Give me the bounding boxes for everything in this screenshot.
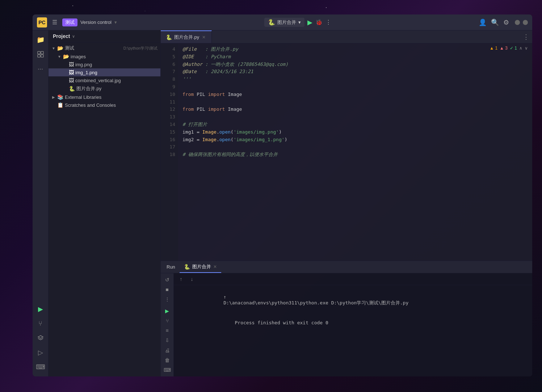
star [72,5,73,6]
code-line-13 [182,113,528,121]
minimize-button[interactable]: — [515,20,520,25]
tree-label-img-png: img.png [75,62,157,67]
editor-content: 4 5 6 7 8 9 10 11 12 13 14 15 16 17 18 [161,43,532,261]
search-icon[interactable]: 🔍 [491,18,499,26]
tab-python-icon: 🐍 [166,34,172,40]
run-git-icon[interactable]: ⑂ [162,316,172,325]
tree-item-scratches[interactable]: 📋 Scratches and Consoles [49,101,160,109]
tree-item-py[interactable]: 🐍 图片合并.py [49,84,160,93]
code-line-15: img1 = Image.open('images/img.png') [182,128,528,136]
sidebar-title-arrow[interactable]: ∨ [72,34,75,39]
window-controls: — □ [515,20,528,25]
code-line-5: @IDE : PyCharm [182,53,528,61]
code-line-12: from PIL import Image [182,106,528,113]
toolbar-run-icon[interactable]: ▶ [34,303,47,316]
run-config-arrow: ▾ [298,20,301,25]
line-numbers: 4 5 6 7 8 9 10 11 12 13 14 15 16 17 18 [161,43,178,261]
run-output-toolbar: ↑ ↓ [174,273,532,285]
main-area: 📁 ··· ▶ ⑂ ▷ ⌨ [33,30,532,376]
run-tab-bar: Run 🐍 图片合并 ✕ [161,261,532,273]
run-play-main-icon[interactable]: ▶ [162,307,172,315]
image-icon: 🖼 [69,69,74,75]
run-list-icon[interactable]: ≡ [162,326,172,334]
tree-item-ceshi[interactable]: ▼ 📂 测试 D:\python学习\测试 [49,44,160,52]
folder-icon: 📂 [57,45,63,51]
tree-label-ext-lib: External Libraries [65,94,157,100]
run-label[interactable]: Run [164,264,178,270]
tree-item-images[interactable]: ▼ 📂 images [49,52,160,60]
warning-badge-1: ▲ 1 [490,46,497,51]
toolbar-folder-icon[interactable]: 📁 [34,33,47,46]
code-line-9 [182,83,528,91]
star [326,7,327,8]
version-control-arrow: ▾ [114,20,117,25]
tree-arrow: ▶ [51,95,56,99]
sidebar-content: ▼ 📂 测试 D:\python学习\测试 ▼ 📂 images 🖼 img.p… [49,42,160,376]
run-restart-icon[interactable]: ↺ [162,275,172,284]
run-tab-main[interactable]: 🐍 图片合并 ✕ [180,261,221,273]
image-icon: 🖼 [69,77,74,83]
run-panel: Run 🐍 图片合并 ✕ ↺ ■ ⋮ ▶ [161,261,532,376]
settings-icon[interactable]: ⚙ [503,18,509,26]
project-badge: 测试 [62,18,77,26]
code-editor[interactable]: @File : 图片合并.py @IDE : PyCharm @Author :… [178,43,532,261]
toolbar-terminal-icon[interactable]: ⌨ [34,361,47,374]
hamburger-icon[interactable]: ☰ [50,17,59,27]
account-icon[interactable]: 👤 [479,18,487,26]
run-stop-icon[interactable]: ■ [162,285,172,294]
sidebar: Project ∨ ▼ 📂 测试 D:\python学习\测试 ▼ 📂 imag… [49,30,161,376]
tree-label-ceshi: 测试 [65,45,122,51]
toolbar-git-icon[interactable]: ⑂ [34,317,47,330]
title-bar: PC ☰ 测试 Version control ▾ 🐍 图片合并 ▾ ▶ 🐞 ⋮… [33,14,532,30]
editor-area: 🐍 图片合并.py ✕ ⋮ 4 5 6 7 8 9 10 [161,30,532,376]
toolbar-run-alt-icon[interactable]: ▷ [34,346,47,359]
output-line-1: ↑ D:\anaconad\envs\python311\python.exe … [178,288,528,312]
tree-item-combined[interactable]: 🖼 combined_vertical.jpg [49,76,160,84]
debug-button[interactable]: 🐞 [315,19,323,26]
gutter-nav-down[interactable]: ∨ [525,46,528,51]
output-line-3: Process finished with exit code 0 [178,314,528,332]
more-actions-button[interactable]: ⋮ [325,19,331,26]
run-scroll-end-icon[interactable]: ⇩ [162,336,172,345]
run-print-icon[interactable]: 🖨 [162,346,172,354]
run-output-area: ↑ ↓ ↑ D:\anaconad\envs\python311\python.… [174,273,532,376]
toolbar-layers-icon[interactable] [34,332,47,345]
tree-item-img1-png[interactable]: 🖼 img_1.png [49,68,160,76]
run-config-selector[interactable]: 🐍 图片合并 ▾ [264,18,304,27]
run-config-name: 图片合并 [277,19,296,26]
code-line-14: # 打开图片 [182,121,528,128]
run-terminal-icon[interactable]: ⌨ [162,366,172,374]
run-more-icon[interactable]: ⋮ [162,295,172,304]
tab-more-icon[interactable]: ⋮ [523,33,529,41]
scratches-icon: 📋 [57,102,63,108]
error-badge-3: ▲ 3 [500,46,508,51]
tab-actions: ⋮ [520,33,532,41]
tree-label-combined: combined_vertical.jpg [75,78,157,83]
library-icon: 📚 [57,94,63,100]
tree-arrow: ▼ [51,46,56,50]
image-icon: 🖼 [69,62,74,67]
gutter-nav-up[interactable]: ∧ [519,46,522,51]
star [145,11,145,11]
run-trash-icon[interactable]: 🗑 [162,356,172,364]
svg-rect-3 [41,55,43,57]
maximize-button[interactable]: □ [523,20,528,25]
editor-tab-main[interactable]: 🐍 图片合并.py ✕ [161,30,212,43]
run-tab-close[interactable]: ✕ [213,264,217,269]
version-control-label[interactable]: Version control [80,20,112,25]
tree-item-ext-lib[interactable]: ▶ 📚 External Libraries [49,93,160,101]
code-line-18: # 确保两张图片有相同的高度，以便水平合并 [182,151,528,159]
output-scroll-down-icon[interactable]: ↓ [188,275,196,283]
title-bar-actions: 👤 🔍 ⚙ [479,18,509,26]
tree-arrow: ▼ [57,55,62,59]
tab-close-button[interactable]: ✕ [201,34,206,41]
tree-item-img-png[interactable]: 🖼 img.png [49,60,160,68]
tab-name: 图片合并.py [174,34,199,41]
toolbar-more-icon[interactable]: ··· [34,62,47,75]
tree-label-scratches: Scratches and Consoles [65,102,157,108]
run-button[interactable]: ▶ [307,18,312,26]
toolbar-plugins-icon[interactable] [34,48,47,61]
code-line-11 [182,98,528,106]
sidebar-header: Project ∨ [49,30,160,42]
output-scroll-up-icon[interactable]: ↑ [177,275,185,283]
